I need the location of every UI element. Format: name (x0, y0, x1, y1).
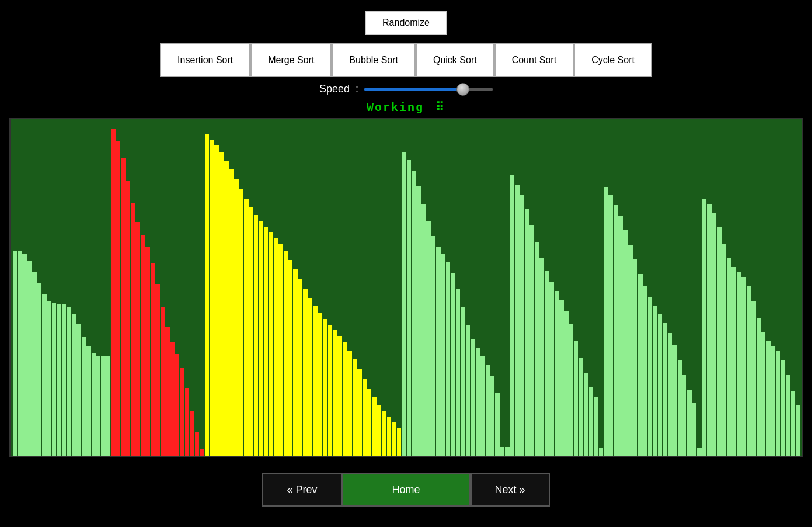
bar (471, 339, 475, 456)
bar (27, 261, 32, 456)
bar (274, 238, 278, 456)
bar (643, 286, 647, 456)
bar (224, 161, 228, 456)
bar (205, 134, 209, 456)
bar (510, 175, 514, 456)
bar (707, 204, 711, 456)
bar (461, 307, 465, 456)
bar (200, 449, 204, 456)
bar (737, 272, 741, 456)
bar (486, 365, 490, 456)
bar (589, 387, 593, 456)
bar (387, 417, 391, 456)
bar (303, 289, 307, 456)
bar (308, 298, 312, 456)
bar (515, 185, 519, 456)
bar (658, 314, 662, 456)
speed-label: Speed (319, 83, 350, 95)
bar (771, 346, 775, 456)
bar (145, 247, 149, 456)
bubble-sort-button[interactable]: Bubble Sort (332, 43, 416, 77)
bar (791, 391, 795, 456)
bar (135, 222, 140, 456)
bar (668, 333, 672, 456)
bar (96, 356, 100, 456)
bar (757, 318, 761, 456)
bar (638, 274, 642, 456)
bar (678, 360, 682, 456)
speed-slider[interactable] (364, 88, 493, 91)
bar (323, 319, 327, 456)
bar (466, 325, 470, 456)
bar (264, 227, 268, 456)
bar (92, 353, 96, 456)
bar (347, 351, 351, 456)
bar (288, 260, 292, 456)
bar (604, 187, 608, 456)
bar (180, 368, 184, 456)
bar (431, 236, 435, 456)
bar (337, 336, 341, 456)
working-dots: ⠿ (435, 100, 445, 115)
bar (185, 388, 189, 456)
bar (539, 258, 543, 456)
bar (18, 251, 22, 456)
bar (402, 152, 406, 456)
bar (618, 216, 622, 456)
bar (284, 251, 288, 456)
bar (584, 373, 588, 456)
merge-sort-button[interactable]: Merge Sort (250, 43, 332, 77)
bar (653, 306, 657, 456)
bar (101, 356, 105, 456)
bar (451, 273, 455, 456)
quick-sort-button[interactable]: Quick Sort (416, 43, 494, 77)
bar (82, 337, 86, 456)
bar (761, 332, 765, 456)
bar (155, 284, 159, 456)
insertion-sort-button[interactable]: Insertion Sort (160, 43, 250, 77)
cycle-sort-button[interactable]: Cycle Sort (574, 43, 652, 77)
bar (633, 259, 637, 456)
bar (259, 221, 263, 456)
bar (244, 199, 248, 456)
bar (421, 204, 426, 456)
prev-button[interactable]: « Prev (262, 473, 341, 507)
bar (106, 356, 110, 456)
bar (672, 345, 677, 456)
bar (372, 397, 376, 456)
bar (490, 376, 494, 456)
home-button[interactable]: Home (342, 473, 471, 507)
sort-buttons-row: Insertion Sort Merge Sort Bubble Sort Qu… (160, 43, 652, 77)
bar (62, 304, 66, 456)
bar (293, 269, 297, 456)
bar (480, 356, 485, 456)
bar (786, 375, 790, 456)
bar (254, 215, 258, 456)
bar (727, 258, 731, 456)
bar (121, 158, 125, 456)
bar (343, 342, 347, 456)
bar (781, 360, 785, 456)
bar (416, 186, 420, 456)
bar (42, 294, 46, 456)
bar (382, 411, 386, 456)
bar (86, 346, 90, 456)
randomize-button[interactable]: Randomize (365, 11, 447, 35)
bar (47, 301, 51, 456)
bar (529, 225, 534, 456)
bar (441, 254, 445, 456)
bar (682, 375, 686, 456)
bar (52, 303, 56, 456)
bar (549, 282, 553, 456)
next-button[interactable]: Next » (471, 473, 550, 507)
bar (614, 205, 618, 456)
bar (151, 263, 155, 456)
count-sort-button[interactable]: Count Sort (494, 43, 574, 77)
bar (22, 254, 26, 456)
bar (717, 227, 721, 456)
bar (175, 354, 179, 456)
bar (269, 232, 273, 456)
working-status: Working ⠿ (367, 100, 445, 115)
bar (579, 358, 583, 456)
bar (505, 447, 509, 456)
